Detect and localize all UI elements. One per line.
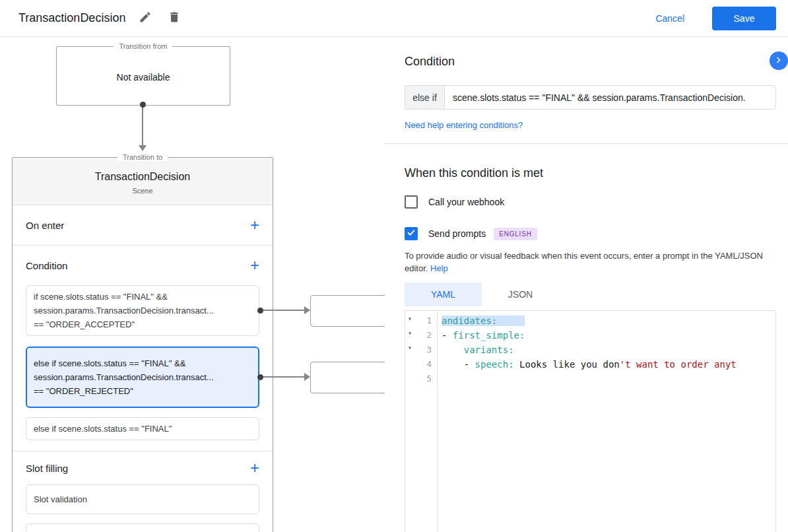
fold-arrow-icon[interactable]: ▾ (408, 344, 412, 351)
fold-arrow-icon[interactable]: ▾ (408, 329, 412, 337)
slot-card[interactable]: Slot validation (26, 484, 259, 514)
webhook-row: Call your webhook (405, 195, 504, 209)
arrow-head-icon (304, 373, 310, 381)
arrow-head-icon (304, 306, 310, 314)
editor-code[interactable]: andidates:- first_simple: variants: - sp… (438, 311, 775, 386)
chevron-right-icon (773, 54, 785, 68)
scene-header[interactable]: TransactionDecision Scene (13, 158, 273, 205)
editor-tabs: YAML JSON (405, 283, 559, 306)
line-number: 4 (405, 357, 437, 372)
tab-json[interactable]: JSON (482, 283, 559, 306)
trash-icon (168, 11, 181, 26)
fold-arrow-icon[interactable]: ▾ (408, 315, 412, 322)
connector-dot (257, 308, 263, 314)
code-line[interactable]: andidates: (438, 314, 775, 328)
condition-card[interactable]: if scene.slots.status == "FINAL" &&sessi… (26, 285, 259, 336)
editor-gutter: ▾1▾2▾345 (405, 311, 438, 532)
slot-filling-label: Slot filling (26, 463, 68, 474)
arrow-line (263, 310, 304, 311)
arrow-line (263, 376, 304, 378)
add-slot-button[interactable]: + (246, 459, 263, 477)
webhook-label: Call your webhook (428, 197, 504, 207)
add-on-enter-button[interactable]: + (246, 216, 263, 234)
add-condition-button[interactable]: + (246, 257, 263, 274)
help-link[interactable]: Help (430, 263, 448, 273)
condition-card[interactable]: else if scene.slots.status == "FINAL" &&… (26, 347, 259, 408)
transition-from-box[interactable]: Transition from Not available (56, 46, 230, 106)
on-enter-label: On enter (26, 220, 64, 231)
cancel-button[interactable]: Cancel (651, 13, 688, 24)
save-button[interactable]: Save (712, 7, 776, 30)
arrow-line (142, 107, 143, 145)
transition-to-label: Transition to (117, 153, 168, 161)
language-badge: ENGLISH (494, 228, 537, 240)
scene-subtitle: Scene (13, 187, 273, 195)
condition-expression-input[interactable] (444, 85, 776, 110)
condition-editor-row: else if (405, 85, 776, 110)
pencil-icon (139, 11, 152, 26)
slot-cards: Slot validation (13, 484, 273, 514)
condition-help-link[interactable]: Need help entering conditions? (405, 120, 523, 130)
code-line[interactable]: variants: (438, 343, 775, 357)
flow-card-partial[interactable] (26, 523, 259, 532)
condition-operator-label: else if (405, 85, 444, 110)
condition-section-label: Condition (26, 260, 67, 271)
code-line[interactable]: - speech: Looks like you don't want to o… (438, 357, 775, 372)
when-met-heading: When this condition is met (405, 166, 543, 180)
divider (385, 143, 788, 144)
connector-dot (257, 374, 263, 380)
condition-card[interactable]: else if scene.slots.status == "FINAL" (26, 417, 259, 440)
prompt-hint-text: To provide audio or visual feedback when… (405, 251, 763, 273)
code-line[interactable]: - first_simple: (438, 328, 775, 343)
page-title: TransactionDecision (18, 11, 125, 25)
webhook-checkbox[interactable] (405, 195, 418, 209)
on-enter-section: On enter + (13, 205, 273, 245)
arrow-head-icon (139, 145, 147, 151)
transition-from-content: Not available (57, 72, 230, 83)
transition-target-box[interactable] (310, 362, 385, 393)
topbar: TransactionDecision Cancel Save (0, 0, 788, 37)
condition-cards: if scene.slots.status == "FINAL" &&sessi… (13, 285, 273, 440)
code-line[interactable] (438, 372, 775, 386)
send-prompts-row: Send prompts ENGLISH (405, 227, 537, 240)
delete-scene-button[interactable] (165, 8, 183, 28)
tab-yaml[interactable]: YAML (405, 283, 482, 306)
connector-dot (140, 102, 146, 108)
transition-from-label: Transition from (114, 42, 173, 50)
prompt-hint: To provide audio or visual feedback when… (405, 249, 769, 275)
transition-to-card: Transition to TransactionDecision Scene … (12, 157, 273, 532)
collapse-panel-button[interactable] (770, 51, 788, 70)
code-editor[interactable]: ▾1▾2▾345 andidates:- first_simple: varia… (405, 310, 776, 532)
send-prompts-checkbox[interactable] (405, 227, 418, 240)
line-number: 5 (405, 372, 437, 386)
transition-target-box[interactable] (310, 295, 385, 327)
condition-section: Condition + (13, 246, 273, 285)
send-prompts-label: Send prompts (428, 228, 486, 239)
panel-heading: Condition (405, 55, 455, 69)
checkmark-icon (406, 227, 416, 240)
condition-panel: Condition else if Need help entering con… (385, 37, 788, 532)
edit-title-button[interactable] (136, 8, 154, 28)
slot-filling-section: Slot filling + (13, 451, 273, 484)
flow-canvas: Transition from Not available Transition… (0, 37, 385, 532)
scene-title: TransactionDecision (13, 158, 273, 183)
